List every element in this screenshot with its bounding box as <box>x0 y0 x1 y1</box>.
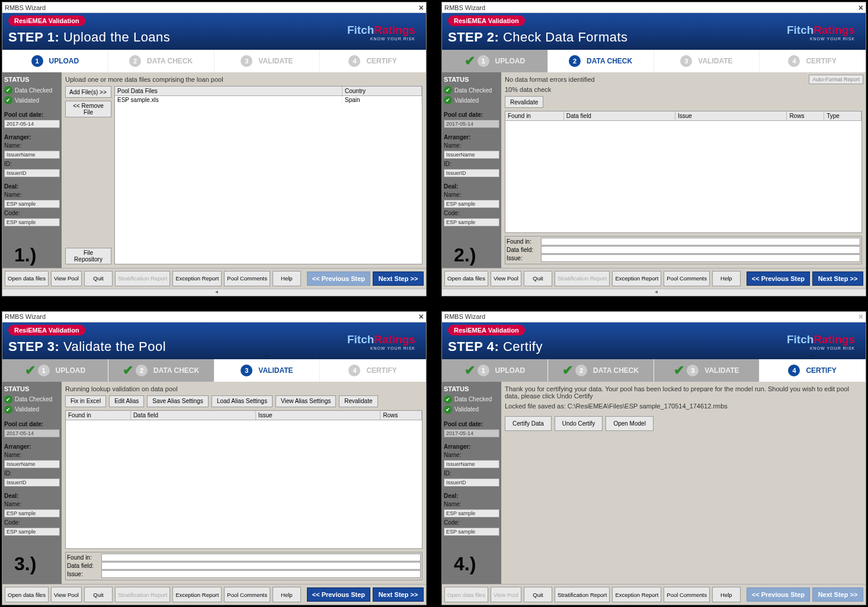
view-alias-button[interactable]: View Alias Settings <box>276 395 336 407</box>
pool-comments-button[interactable]: Pool Comments <box>224 271 270 286</box>
arranger-name-input[interactable] <box>4 460 60 468</box>
undo-certify-button[interactable]: Undo Certify <box>555 416 603 431</box>
deal-name-input[interactable] <box>444 200 499 208</box>
deal-code-input[interactable] <box>444 218 499 226</box>
pool-comments-button[interactable]: Pool Comments <box>664 271 710 286</box>
deal-code-input[interactable] <box>4 218 60 226</box>
fix-in-excel-button[interactable]: Fix in Excel <box>65 395 106 407</box>
pool-cut-input <box>444 429 499 437</box>
found-in-field[interactable] <box>101 554 421 561</box>
tab-certify[interactable]: 4CERTIFY <box>760 50 866 72</box>
help-button[interactable]: Help <box>273 271 301 286</box>
horizontal-scrollbar[interactable] <box>442 289 866 296</box>
deal-name-input[interactable] <box>444 509 499 517</box>
titlebar: RMBS Wizard × <box>442 312 866 322</box>
revalidate-button[interactable]: Revalidate <box>339 395 377 407</box>
issue-field[interactable] <box>541 254 860 262</box>
arranger-name-input[interactable] <box>4 151 60 159</box>
arranger-label: Arranger: <box>4 134 60 140</box>
tab-validate[interactable]: 3VALIDATE <box>654 50 760 72</box>
save-alias-button[interactable]: Save Alias Settings <box>147 395 209 407</box>
arranger-id-input[interactable] <box>4 169 60 177</box>
close-icon[interactable]: × <box>419 312 424 321</box>
close-icon[interactable]: × <box>419 3 424 12</box>
previous-step-button[interactable]: << Previous Step <box>747 271 810 286</box>
exception-report-button[interactable]: Exception Report <box>612 587 661 602</box>
previous-step-button[interactable]: << Previous Step <box>307 587 370 602</box>
tab-upload[interactable]: ✔1UPLOAD <box>442 50 548 72</box>
help-button[interactable]: Help <box>273 587 301 602</box>
revalidate-button[interactable]: Revalidate <box>505 96 543 108</box>
errors-grid[interactable]: Found in Data field Issue Rows <box>65 410 422 550</box>
next-step-button[interactable]: Next Step >> <box>373 587 424 602</box>
issue-field[interactable] <box>101 570 421 578</box>
tab-datacheck[interactable]: 2DATA CHECK <box>108 50 214 72</box>
tab-upload[interactable]: ✔1UPLOAD <box>442 359 548 382</box>
open-data-files-button[interactable]: Open data files <box>5 587 49 602</box>
data-field-field[interactable] <box>101 562 421 570</box>
certify-data-button[interactable]: Certify Data <box>505 416 552 431</box>
pool-comments-button[interactable]: Pool Comments <box>224 587 270 602</box>
help-button[interactable]: Help <box>712 271 741 286</box>
deal-code-input[interactable] <box>4 528 60 536</box>
arranger-id-input[interactable] <box>4 478 60 487</box>
tab-certify[interactable]: 4CERTIFY <box>760 359 866 382</box>
tab-datacheck[interactable]: ✔2DATA CHECK <box>108 359 214 382</box>
exception-report-button[interactable]: Exception Report <box>172 271 222 286</box>
close-icon[interactable]: × <box>859 3 863 12</box>
tab-upload[interactable]: ✔1UPLOAD <box>2 359 108 382</box>
arranger-name-input[interactable] <box>444 151 499 159</box>
pool-comments-button[interactable]: Pool Comments <box>664 587 710 602</box>
quit-button[interactable]: Quit <box>524 271 552 286</box>
tab-certify[interactable]: 4CERTIFY <box>320 359 426 382</box>
check-icon: ✔ <box>674 363 684 378</box>
next-step-button[interactable]: Next Step >> <box>812 271 863 286</box>
deal-label: Deal: <box>4 493 60 499</box>
help-button[interactable]: Help <box>712 587 741 602</box>
remove-file-button[interactable]: << Remove File <box>65 101 111 117</box>
arranger-id-input[interactable] <box>444 478 499 487</box>
file-repository-button[interactable]: File Repository <box>65 248 111 264</box>
status-data-checked: ✔Data Checked <box>4 86 60 94</box>
status-validated: ✔Validated <box>444 96 499 104</box>
tab-validate[interactable]: 3VALIDATE <box>214 359 321 382</box>
deal-label: Deal: <box>4 183 60 190</box>
tab-datacheck[interactable]: ✔2DATA CHECK <box>548 359 654 382</box>
tab-validate[interactable]: ✔3VALIDATE <box>654 359 760 382</box>
add-files-button[interactable]: Add File(s) >> <box>65 86 111 98</box>
check-icon: ✔ <box>25 363 36 378</box>
quit-button[interactable]: Quit <box>524 587 552 602</box>
check-icon: ✔ <box>465 53 475 69</box>
tab-certify[interactable]: 4CERTIFY <box>320 50 426 72</box>
edit-alias-button[interactable]: Edit Alias <box>109 395 144 407</box>
errors-grid[interactable]: Found in Data field Issue Rows Type <box>505 111 862 233</box>
auto-format-report-button[interactable]: Auto-Format Report <box>809 75 863 84</box>
tab-validate[interactable]: 3VALIDATE <box>214 50 321 72</box>
arranger-name-input[interactable] <box>444 460 499 468</box>
deal-name-input[interactable] <box>4 509 60 517</box>
found-in-field[interactable] <box>541 238 860 245</box>
arranger-id-input[interactable] <box>444 169 499 177</box>
view-pool-button[interactable]: View Pool <box>491 271 521 286</box>
data-field-field[interactable] <box>541 246 860 254</box>
deal-code-input[interactable] <box>444 528 499 536</box>
exception-report-button[interactable]: Exception Report <box>172 587 222 602</box>
open-data-files-button[interactable]: Open data files <box>5 271 49 286</box>
pool-cut-input[interactable] <box>4 120 60 128</box>
view-pool-button[interactable]: View Pool <box>51 271 82 286</box>
load-alias-button[interactable]: Load Alias Settings <box>212 395 273 407</box>
quit-button[interactable]: Quit <box>84 587 113 602</box>
files-grid[interactable]: Pool Data FilesCountry ESP sample.xlsSpa… <box>114 86 422 264</box>
quit-button[interactable]: Quit <box>84 271 113 286</box>
exception-report-button[interactable]: Exception Report <box>612 271 661 286</box>
stratification-report-button[interactable]: Stratification Report <box>555 587 610 602</box>
deal-name-input[interactable] <box>4 200 60 208</box>
horizontal-scrollbar[interactable] <box>2 289 426 296</box>
tab-datacheck[interactable]: 2DATA CHECK <box>548 50 654 72</box>
view-pool-button[interactable]: View Pool <box>51 587 82 602</box>
open-data-files-button[interactable]: Open data files <box>444 271 488 286</box>
tab-upload[interactable]: 1UPLOAD <box>2 50 108 72</box>
next-step-button[interactable]: Next Step >> <box>373 271 424 286</box>
table-row[interactable]: ESP sample.xlsSpain <box>115 96 422 104</box>
open-model-button[interactable]: Open Model <box>606 416 653 431</box>
